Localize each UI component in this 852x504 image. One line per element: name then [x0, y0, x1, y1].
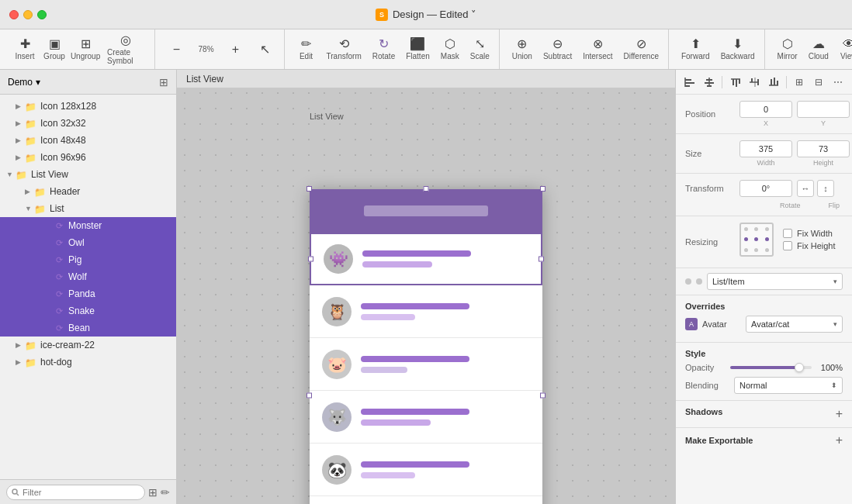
minimize-button[interactable] — [23, 10, 33, 19]
folder-icon: 📁 — [25, 153, 37, 162]
resize-handle-tc[interactable] — [424, 186, 429, 192]
sidebar-item-pig[interactable]: ⟳ Pig — [0, 251, 176, 268]
resize-handle-mr[interactable] — [540, 393, 545, 399]
ungroup-button[interactable]: ⊞ Ungroup — [70, 35, 101, 64]
sidebar-item-snake[interactable]: ⟳ Snake — [0, 302, 176, 319]
insert-button[interactable]: ✚ Insert — [11, 35, 39, 64]
flip-vertical-button[interactable]: ↕ — [817, 180, 834, 197]
cursor-button[interactable]: ↖ — [251, 40, 279, 59]
distribute-v-button[interactable]: ⊟ — [811, 74, 827, 91]
rotate-button[interactable]: ↻ Rotate — [368, 35, 400, 64]
flip-horizontal-button[interactable]: ↔ — [797, 180, 814, 197]
project-selector[interactable]: Demo ▾ — [8, 77, 40, 88]
list-row[interactable]: 🐷 — [310, 338, 542, 391]
sidebar-item-hotdog[interactable]: 📁 hot-dog — [0, 354, 176, 371]
list-row[interactable]: 🦉 — [310, 285, 542, 338]
opacity-slider[interactable] — [730, 366, 812, 369]
fix-width-option[interactable]: Fix Width — [783, 229, 836, 238]
artboard[interactable]: 👾 🦉 — [310, 189, 542, 504]
resize-handle-left[interactable] — [308, 257, 313, 262]
sidebar-header: Demo ▾ ⊞ — [0, 70, 176, 95]
cloud-button[interactable]: ☁ Cloud — [804, 35, 833, 64]
sidebar-item-wolf[interactable]: ⟳ Wolf — [0, 268, 176, 285]
chevron-down-icon: ▾ — [833, 278, 837, 285]
close-button[interactable] — [9, 10, 19, 19]
sidebar-item-monster[interactable]: ⟳ Monster — [0, 217, 176, 234]
x-input[interactable]: 0 — [739, 101, 792, 118]
width-input[interactable]: 375 — [739, 140, 792, 157]
zoom-button[interactable]: 78% — [192, 42, 220, 57]
union-button[interactable]: ⊕ Union — [507, 35, 537, 64]
scale-button[interactable]: ⤡ Scale — [466, 35, 494, 64]
sidebar-add-page-button[interactable]: ⊞ — [148, 486, 158, 499]
sidebar-add-button[interactable]: ⊞ — [159, 76, 168, 88]
height-input[interactable]: 73 — [797, 140, 850, 157]
fix-height-checkbox[interactable] — [783, 241, 792, 250]
sidebar-item-icon96[interactable]: 📁 Icon 96x96 — [0, 149, 176, 166]
sidebar-item-panda[interactable]: ⟳ Panda — [0, 285, 176, 302]
align-middle-v-button[interactable] — [746, 74, 763, 91]
fullscreen-button[interactable] — [37, 10, 47, 19]
zoom-out-button[interactable]: − — [163, 40, 191, 59]
avatar-override-icon: A — [685, 318, 698, 330]
mirror-button[interactable]: ⬡ Mirror — [773, 35, 802, 64]
sidebar-item-bear[interactable]: ⟳ Bean — [0, 319, 176, 337]
folder-icon: 📁 — [25, 119, 37, 128]
mask-button[interactable]: ⬡ Mask — [436, 35, 464, 64]
resize-box[interactable] — [739, 223, 774, 257]
search-input[interactable] — [6, 485, 145, 500]
avatar-selector[interactable]: Avatar/cat ▾ — [746, 316, 843, 333]
add-shadow-button[interactable]: + — [836, 408, 843, 420]
add-export-button[interactable]: + — [836, 434, 843, 447]
resize-handle-right[interactable] — [539, 257, 544, 262]
sidebar-item-header[interactable]: 📁 Header — [0, 183, 176, 200]
sidebar-item-icon128[interactable]: 📁 Icon 128x128 — [0, 98, 176, 115]
chevron-down-icon: ▾ — [36, 77, 40, 88]
forward-button[interactable]: ⬆ Forward — [677, 35, 715, 64]
subtract-button[interactable]: ⊖ Subtract — [539, 35, 577, 64]
distribute-h-button[interactable]: ⊞ — [791, 74, 808, 91]
align-bottom-button[interactable] — [766, 74, 782, 91]
align-top-button[interactable] — [727, 74, 743, 91]
list-row[interactable]: 👾 — [310, 233, 542, 285]
backward-button[interactable]: ⬇ Backward — [716, 35, 760, 64]
sidebar-item-icon48[interactable]: 📁 Icon 48x48 — [0, 132, 176, 149]
symbol-selector[interactable]: List/Item ▾ — [707, 273, 843, 290]
resize-handle-tr[interactable] — [540, 186, 545, 192]
view-button[interactable]: 👁 View — [835, 35, 852, 64]
tool-group-arrange: ⬆ Forward ⬇ Backward — [672, 29, 765, 69]
flatten-button[interactable]: ⬛ Flatten — [401, 35, 435, 64]
create-symbol-button[interactable]: ◎ Create Symbol — [102, 31, 149, 68]
sidebar-item-owl[interactable]: ⟳ Owl — [0, 234, 176, 251]
sidebar-item-icon32[interactable]: 📁 Icon 32x32 — [0, 115, 176, 132]
fix-height-option[interactable]: Fix Height — [783, 241, 836, 250]
align-left-button[interactable] — [682, 74, 698, 91]
blending-selector[interactable]: Normal ⬍ — [734, 377, 843, 394]
opacity-thumb[interactable] — [795, 363, 804, 372]
list-row[interactable]: 🐼 — [310, 444, 542, 496]
sidebar-item-list[interactable]: 📁 List — [0, 200, 176, 217]
transform-button[interactable]: ⟲ Transform — [322, 35, 366, 64]
sidebar-item-listview[interactable]: 📁 List View — [0, 166, 176, 183]
more-align-button[interactable]: ⋯ — [829, 74, 846, 91]
y-input[interactable] — [797, 101, 850, 118]
sidebar-edit-button[interactable]: ✏ — [161, 486, 170, 499]
sidebar-item-icecream[interactable]: 📁 ice-cream-22 — [0, 337, 176, 354]
sidebar-item-label: Pig — [68, 254, 81, 265]
intersect-button[interactable]: ⊗ Intersect — [578, 35, 617, 64]
resize-dot — [762, 224, 772, 234]
zoom-in-button[interactable]: + — [222, 40, 250, 59]
list-row[interactable]: 👤 — [310, 496, 542, 504]
resize-handle-tl[interactable] — [307, 186, 312, 192]
difference-button[interactable]: ⊘ Difference — [619, 35, 663, 64]
tool-group-insert: ✚ Insert ▣ Group ⊞ Ungroup ◎ Create Symb… — [6, 29, 155, 69]
list-row[interactable]: 🐺 — [310, 391, 542, 444]
fix-width-checkbox[interactable] — [783, 229, 792, 238]
blending-label: Blending — [685, 381, 728, 390]
align-center-h-button[interactable] — [701, 74, 718, 91]
transform-label: Transform — [685, 184, 739, 193]
group-button[interactable]: ▣ Group — [40, 35, 68, 64]
rotate-input[interactable]: 0° — [739, 180, 792, 197]
resize-handle-ml[interactable] — [307, 393, 312, 399]
edit-button[interactable]: ✏ Edit — [293, 35, 320, 64]
